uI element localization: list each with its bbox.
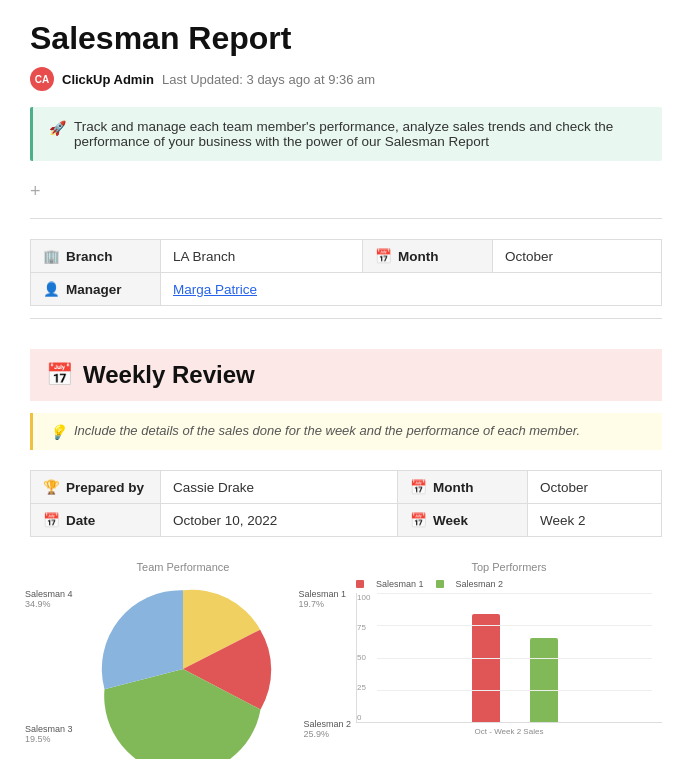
y-gridlines [377,593,652,722]
month-value-cell: October [493,240,662,273]
prepared-by-table: 🏆 Prepared by Cassie Drake 📅 Month Octob… [30,470,662,537]
info-banner: 🚀 Track and manage each team member's pe… [30,107,662,161]
manager-label-cell: 👤 Manager [31,273,161,306]
branch-value-cell: LA Branch [161,240,363,273]
tip-text: Include the details of the sales done fo… [74,423,580,438]
rocket-icon: 🚀 [49,120,66,136]
wr-month-label-cell: 📅 Month [398,471,528,504]
wr-month-value-cell: October [528,471,662,504]
add-content-button[interactable]: + [30,181,662,202]
pie-label-s2: Salesman 225.9% [303,719,351,739]
calendar-icon-1: 📅 [375,248,392,264]
branch-table: 🏢 Branch LA Branch 📅 Month October 👤 Man… [30,239,662,306]
week-label-cell: 📅 Week [398,504,528,537]
legend-dot-s2 [436,580,444,588]
month-label-cell: 📅 Month [363,240,493,273]
author-name: ClickUp Admin [62,72,154,87]
team-performance-chart: Team Performance Salesman 119.7% Salesma… [30,561,336,759]
gridline [377,625,652,626]
avatar: CA [30,67,54,91]
x-axis-label: Oct - Week 2 Sales [356,727,662,736]
legend-label-s1: Salesman 1 [376,579,424,589]
charts-area: Team Performance Salesman 119.7% Salesma… [30,561,662,759]
prepared-by-label-cell: 🏆 Prepared by [31,471,161,504]
pie-chart-title: Team Performance [30,561,336,573]
table-row: 🏆 Prepared by Cassie Drake 📅 Month Octob… [31,471,662,504]
y-axis-labels: 100 75 50 25 0 [357,593,370,722]
table-row: 🏢 Branch LA Branch 📅 Month October [31,240,662,273]
pie-label-s1: Salesman 119.7% [298,589,346,609]
bar-chart-wrapper: 100 75 50 25 0 [356,593,662,723]
manager-value-cell: Marga Patrice [161,273,662,306]
calendar-icon-3: 📅 [43,512,60,528]
branch-label-cell: 🏢 Branch [31,240,161,273]
week-value-cell: Week 2 [528,504,662,537]
bulb-icon: 💡 [49,424,66,440]
gridline [377,593,652,594]
weekly-review-title: Weekly Review [83,361,255,389]
table-row: 📅 Date October 10, 2022 📅 Week Week 2 [31,504,662,537]
pie-label-s4: Salesman 434.9% [25,589,73,609]
page-title: Salesman Report [30,20,662,57]
table-row: 👤 Manager Marga Patrice [31,273,662,306]
building-icon: 🏢 [43,248,60,264]
weekly-review-header: 📅 Weekly Review [30,349,662,401]
divider-2 [30,318,662,319]
gridline [377,658,652,659]
last-updated: Last Updated: 3 days ago at 9:36 am [162,72,375,87]
top-performers-chart: Top Performers Salesman 1 Salesman 2 100 [356,561,662,736]
prepared-by-value-cell: Cassie Drake [161,471,398,504]
divider-1 [30,218,662,219]
manager-link[interactable]: Marga Patrice [173,282,257,297]
trophy-icon: 🏆 [43,479,60,495]
tip-banner: 💡 Include the details of the sales done … [30,413,662,450]
date-value-cell: October 10, 2022 [161,504,398,537]
calendar-icon-4: 📅 [410,512,427,528]
bar-legend: Salesman 1 Salesman 2 [356,579,662,589]
calendar-icon-2: 📅 [410,479,427,495]
author-bar: CA ClickUp Admin Last Updated: 3 days ag… [30,67,662,91]
legend-dot-s1 [356,580,364,588]
gridline [377,690,652,691]
date-label-cell: 📅 Date [31,504,161,537]
legend-label-s2: Salesman 2 [456,579,504,589]
person-icon: 👤 [43,281,60,297]
bar-chart-title: Top Performers [356,561,662,573]
info-banner-text: Track and manage each team member's perf… [74,119,646,149]
weekly-calendar-icon: 📅 [46,362,73,388]
pie-label-s3: Salesman 319.5% [25,724,73,744]
pie-chart-svg [93,579,273,759]
